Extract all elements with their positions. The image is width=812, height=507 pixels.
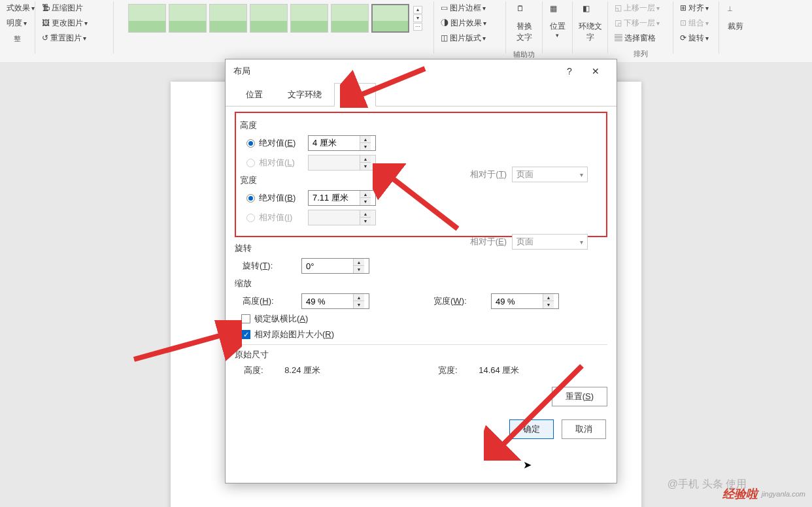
- scale-width-spinner[interactable]: ▲▼: [491, 293, 559, 309]
- rotation-field-label: 旋转(T):: [243, 260, 296, 272]
- style-thumb[interactable]: [290, 4, 328, 33]
- selection-pane[interactable]: ▤ 选择窗格: [612, 31, 669, 45]
- spin-down[interactable]: ▼: [354, 266, 364, 273]
- position-icon: ▦: [550, 4, 566, 20]
- gallery-more[interactable]: ⋯: [413, 23, 422, 31]
- spin-down[interactable]: ▼: [354, 301, 364, 308]
- height-rel-to-combo: 页面▾: [512, 167, 588, 182]
- tab-size[interactable]: 大小: [334, 83, 376, 106]
- position-button[interactable]: ▦ 位置 ▾: [545, 1, 571, 41]
- width-absolute-radio[interactable]: [246, 194, 255, 203]
- width-rel-to-label: 相对于(E): [461, 236, 507, 248]
- tab-position[interactable]: 位置: [233, 83, 275, 106]
- height-relative-input: [309, 158, 360, 168]
- wrap-text-button[interactable]: ◧ 环绕文 字: [573, 1, 607, 46]
- radio-label: 相对值(I): [259, 212, 292, 223]
- help-button[interactable]: ?: [556, 61, 583, 81]
- original-width: 宽度: 14.64 厘米: [438, 365, 519, 376]
- dialog-titlebar: 布局 ? ✕: [226, 59, 617, 83]
- scale-width-label: 宽度(W):: [433, 295, 486, 307]
- style-thumb[interactable]: [331, 4, 369, 33]
- scale-height-input[interactable]: [302, 297, 353, 306]
- alt-text-icon: 🗒: [516, 4, 532, 20]
- close-button[interactable]: ✕: [583, 61, 609, 81]
- spin-up[interactable]: ▲: [360, 191, 371, 198]
- radio-label: 绝对值(B): [259, 192, 296, 204]
- width-absolute-input[interactable]: [309, 193, 360, 203]
- dialog-tabs: 位置 文字环绕 大小: [226, 83, 617, 106]
- width-rel-to-combo: 页面▾: [512, 234, 588, 250]
- style-thumb-selected[interactable]: [371, 4, 409, 33]
- height-absolute-spinner[interactable]: ▲▼: [308, 135, 376, 151]
- ribbon-item[interactable]: 明度▾: [4, 16, 31, 30]
- scale-height-label: 高度(H):: [243, 295, 296, 307]
- crop-icon: ⟂: [728, 4, 743, 20]
- height-relative-radio[interactable]: [246, 159, 255, 167]
- picture-border[interactable]: ▭ 图片边框▾: [438, 1, 501, 15]
- tab-wrap[interactable]: 文字环绕: [275, 83, 334, 106]
- original-height: 高度: 8.24 厘米: [244, 365, 320, 376]
- compress-image[interactable]: 🗜 压缩图片: [39, 1, 109, 15]
- width-relative-spinner: ▲▼: [308, 210, 376, 225]
- lock-aspect-label: 锁定纵横比(A): [254, 313, 308, 325]
- height-group-label: 高度: [240, 120, 602, 131]
- style-thumb[interactable]: [209, 4, 247, 33]
- width-absolute-spinner[interactable]: ▲▼: [308, 190, 376, 206]
- layout-dialog: 布局 ? ✕ 位置 文字环绕 大小 高度 绝对值(E) ▲▼: [225, 59, 617, 483]
- bring-forward[interactable]: ◱ 上移一层▾: [612, 1, 669, 15]
- height-relative-spinner: ▲▼: [308, 155, 376, 171]
- rotation-input[interactable]: [302, 261, 353, 271]
- rotate-button[interactable]: ⟳ 旋转▾: [677, 31, 715, 45]
- height-absolute-radio[interactable]: [246, 139, 255, 148]
- group-button[interactable]: ⊡ 组合▾: [677, 16, 715, 30]
- radio-label: 绝对值(E): [259, 137, 296, 149]
- scale-height-spinner[interactable]: ▲▼: [301, 293, 369, 309]
- spin-up[interactable]: ▲: [354, 259, 364, 266]
- spin-up[interactable]: ▲: [360, 136, 371, 143]
- ribbon-group-label: 排列: [612, 49, 669, 59]
- spin-down[interactable]: ▼: [360, 198, 371, 205]
- original-size-label: 原始尺寸: [235, 349, 607, 361]
- rotation-spinner[interactable]: ▲▼: [301, 258, 369, 274]
- reset-button[interactable]: 重置(S): [552, 387, 607, 406]
- ribbon: 式效果▾ 明度▾ 整 🗜 压缩图片 🖼 更改图片▾ ↺ 重置图片▾ ▴ ▾ ⋯: [0, 0, 812, 62]
- relative-original-label: 相对原始图片大小(R): [254, 329, 334, 340]
- style-thumb[interactable]: [169, 4, 207, 33]
- lock-aspect-checkbox[interactable]: [241, 314, 250, 323]
- gallery-down[interactable]: ▾: [413, 14, 422, 22]
- change-image[interactable]: 🖼 更改图片▾: [39, 16, 109, 30]
- height-absolute-input[interactable]: [309, 139, 360, 148]
- spin-up[interactable]: ▲: [354, 294, 364, 301]
- ribbon-item[interactable]: 式效果▾: [4, 1, 31, 15]
- reset-image[interactable]: ↺ 重置图片▾: [39, 31, 109, 45]
- alt-text-button[interactable]: 🗒 替换 文字: [511, 1, 537, 46]
- scale-width-input[interactable]: [492, 297, 543, 306]
- align-button[interactable]: ⊞ 对齐▾: [677, 1, 715, 15]
- gallery-up[interactable]: ▴: [413, 6, 422, 14]
- picture-style-gallery: [126, 1, 412, 35]
- spin-down[interactable]: ▼: [543, 301, 554, 308]
- width-relative-input: [309, 213, 360, 223]
- wrap-icon: ◧: [583, 4, 598, 20]
- cancel-button[interactable]: 取消: [562, 419, 606, 439]
- style-thumb[interactable]: [128, 4, 166, 33]
- ribbon-group-label: 整: [4, 34, 31, 44]
- watermark: 经验啦 jingyanla.com: [722, 486, 805, 502]
- send-backward[interactable]: ◲ 下移一层▾: [612, 16, 669, 30]
- style-thumb[interactable]: [250, 4, 288, 33]
- scale-group-label: 缩放: [235, 278, 607, 289]
- ok-button[interactable]: 确定: [509, 419, 554, 439]
- width-relative-radio[interactable]: [246, 214, 255, 222]
- picture-effect[interactable]: ◑ 图片效果▾: [438, 16, 501, 30]
- height-rel-to-label: 相对于(T): [461, 169, 507, 180]
- cursor-icon: ➤: [523, 459, 532, 471]
- crop-button[interactable]: ⟂ 裁剪: [722, 1, 749, 35]
- relative-original-checkbox[interactable]: ✓: [241, 330, 250, 339]
- radio-label: 相对值(L): [259, 157, 295, 169]
- picture-format[interactable]: ◫ 图片版式▾: [438, 31, 501, 45]
- spin-up[interactable]: ▲: [543, 294, 554, 301]
- dialog-title-text: 布局: [233, 65, 250, 77]
- spin-down[interactable]: ▼: [360, 143, 371, 150]
